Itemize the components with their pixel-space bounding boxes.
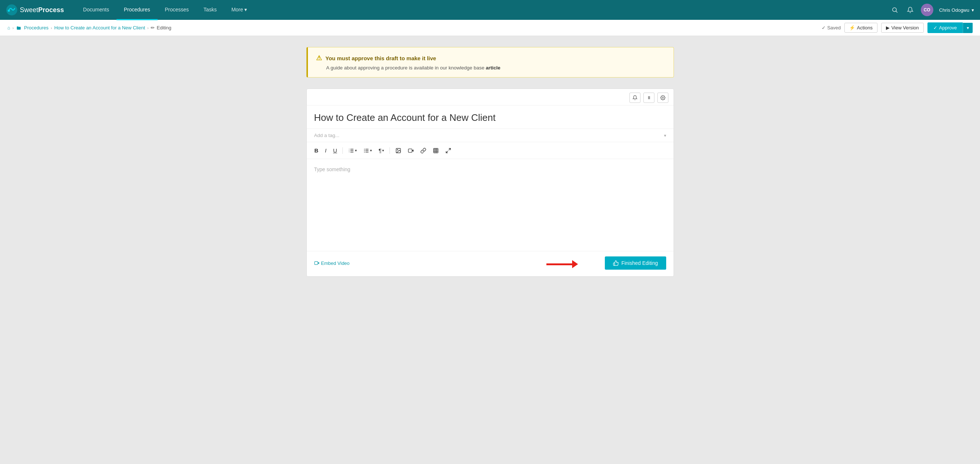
italic-icon: I: [325, 147, 326, 154]
unordered-list-button[interactable]: ▾: [361, 146, 374, 155]
breadcrumb-home[interactable]: ⌂: [7, 25, 10, 30]
svg-line-27: [446, 151, 448, 153]
svg-point-4: [662, 97, 663, 99]
image-button[interactable]: [393, 146, 404, 155]
svg-point-16: [364, 152, 365, 153]
ordered-list-icon: 123: [348, 148, 354, 154]
avatar: CO: [921, 4, 933, 16]
breadcrumb: ⌂ › Procedures › How to Create an Accoun…: [7, 25, 171, 30]
check-icon: ✓: [822, 25, 826, 30]
brand-logo[interactable]: SweetProcess: [6, 4, 64, 16]
list-ordered-chevron: ▾: [355, 148, 357, 153]
nav-procedures[interactable]: Procedures: [116, 0, 158, 20]
svg-point-15: [364, 150, 365, 151]
bell-icon: [907, 6, 913, 13]
home-icon: ⌂: [7, 25, 10, 30]
procedures-folder-icon: [16, 25, 21, 30]
play-icon: ▶: [886, 25, 889, 30]
svg-point-2: [892, 8, 897, 12]
italic-button[interactable]: I: [322, 146, 329, 155]
tag-chevron-icon: ▾: [664, 133, 666, 138]
nav-more[interactable]: More ▾: [224, 0, 255, 20]
saved-status: ✓ Saved: [822, 25, 841, 30]
document-title-input[interactable]: [307, 105, 673, 129]
bold-button[interactable]: B: [312, 146, 321, 155]
editor-content[interactable]: Type something: [307, 159, 673, 251]
nav-documents[interactable]: Documents: [76, 0, 116, 20]
alert-title: ⚠ You must approve this draft to make it…: [316, 54, 665, 62]
underline-button[interactable]: U: [331, 146, 340, 155]
expand-icon: [445, 148, 451, 154]
approve-dropdown-button[interactable]: ▾: [963, 23, 973, 33]
table-button[interactable]: [430, 146, 441, 155]
svg-point-18: [397, 149, 398, 150]
format-toolbar: B I U 123 ▾ ▾ ¶ ▾: [307, 142, 673, 159]
tag-input-row: ▾: [307, 129, 673, 142]
red-arrow-indicator: [546, 260, 578, 268]
approve-chevron-icon: ▾: [967, 25, 969, 30]
gear-icon: [660, 95, 665, 100]
search-button[interactable]: [890, 5, 899, 15]
settings-button[interactable]: [657, 92, 668, 103]
nav-processes[interactable]: Processes: [158, 0, 196, 20]
bell-small-icon: [632, 95, 638, 100]
subscribe-bell-button[interactable]: [630, 92, 641, 103]
navbar: SweetProcess Documents Procedures Proces…: [0, 0, 980, 20]
nav-links: Documents Procedures Processes Tasks Mor…: [76, 0, 890, 20]
nav-tasks[interactable]: Tasks: [196, 0, 224, 20]
finished-editing-button[interactable]: Finished Editing: [605, 256, 666, 270]
link-icon: [420, 148, 426, 154]
expand-button[interactable]: [443, 146, 454, 155]
arrow-body: [546, 264, 572, 265]
svg-point-1: [8, 10, 10, 12]
approve-button[interactable]: ✓ Approve: [928, 22, 963, 33]
arrow-head-icon: [572, 260, 578, 268]
breadcrumb-bar: ⌂ › Procedures › How to Create an Accoun…: [0, 20, 980, 36]
alert-body: A guide about approving a procedure is a…: [316, 65, 665, 70]
approve-btn-group: ✓ Approve ▾: [928, 22, 973, 33]
svg-rect-21: [434, 148, 438, 153]
pause-button[interactable]: ⏸: [643, 92, 654, 103]
unordered-list-icon: [363, 148, 369, 154]
breadcrumb-editing: ✏ Editing: [151, 25, 171, 30]
tag-input[interactable]: [314, 133, 664, 138]
embed-video-link[interactable]: Embed Video: [314, 261, 350, 266]
image-icon: [395, 148, 401, 154]
breadcrumb-sep-1: ›: [13, 26, 14, 30]
svg-rect-19: [409, 149, 412, 152]
editor-placeholder: Type something: [314, 167, 350, 172]
video-button[interactable]: [405, 146, 416, 155]
thumbs-up-icon: [613, 260, 619, 266]
notifications-button[interactable]: [905, 5, 915, 15]
ordered-list-button[interactable]: 123 ▾: [346, 146, 360, 155]
svg-rect-28: [315, 262, 318, 264]
breadcrumb-procedures[interactable]: Procedures: [24, 25, 48, 30]
search-icon: [891, 6, 898, 13]
editor-card: ⏸ ▾ B I U: [307, 89, 674, 276]
bold-icon: B: [315, 147, 318, 154]
approve-check-icon: ✓: [933, 25, 937, 30]
svg-text:3: 3: [349, 151, 350, 153]
video-small-icon: [314, 261, 319, 265]
user-menu[interactable]: Chris Odogwu ▾: [939, 7, 974, 13]
editor-toolbar-top: ⏸: [307, 89, 673, 105]
breadcrumb-sep-2: ›: [51, 26, 52, 30]
actions-button[interactable]: ⚡ Actions: [845, 23, 878, 33]
svg-line-3: [896, 11, 897, 12]
toolbar-sep-2: [390, 147, 390, 154]
brand-icon: [6, 4, 18, 16]
approval-alert: ⚠ You must approve this draft to make it…: [307, 47, 674, 78]
breadcrumb-sep-3: ›: [147, 26, 149, 30]
alert-article-link[interactable]: article: [486, 65, 501, 70]
paragraph-button[interactable]: ¶ ▾: [376, 146, 387, 155]
user-name: Chris Odogwu: [939, 7, 969, 13]
nav-right: CO Chris Odogwu ▾: [890, 4, 974, 16]
main-content: ⚠ You must approve this draft to make it…: [299, 36, 681, 288]
editor-footer: Embed Video Finished Editing: [307, 251, 673, 276]
video-icon: [408, 148, 414, 154]
link-button[interactable]: [418, 146, 429, 155]
pause-icon: ⏸: [647, 95, 651, 100]
view-version-button[interactable]: ▶ View Version: [881, 23, 924, 33]
warning-icon: ⚠: [316, 54, 322, 62]
breadcrumb-page[interactable]: How to Create an Account for a New Clien…: [54, 25, 145, 30]
